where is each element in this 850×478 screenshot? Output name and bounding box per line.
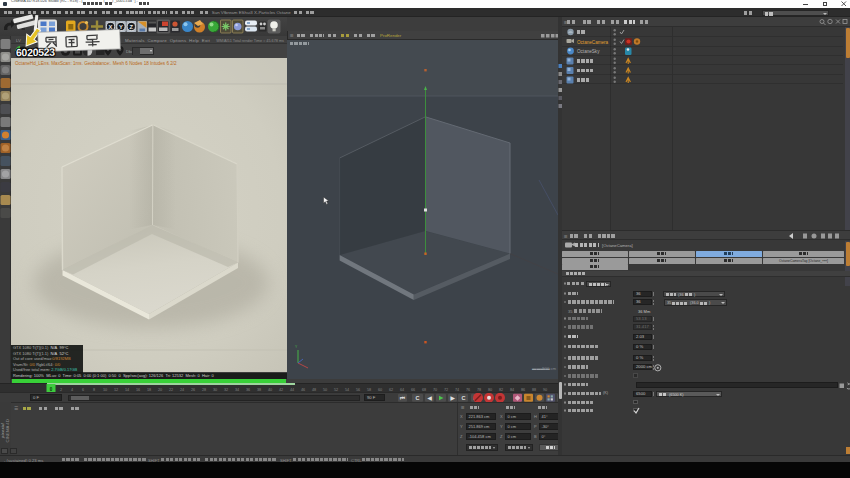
svg-text:⏮: ⏮: [400, 395, 405, 401]
svg-text:C: C: [462, 395, 466, 401]
svg-text:OctaneCamera: OctaneCamera: [577, 40, 609, 45]
svg-text:C: C: [416, 395, 420, 401]
svg-text:▶: ▶: [449, 395, 455, 401]
svg-text:500 cm: 500 cm: [542, 366, 556, 371]
svg-text:◀: ◀: [426, 395, 432, 401]
svg-text:OctaneSky: OctaneSky: [577, 49, 600, 54]
